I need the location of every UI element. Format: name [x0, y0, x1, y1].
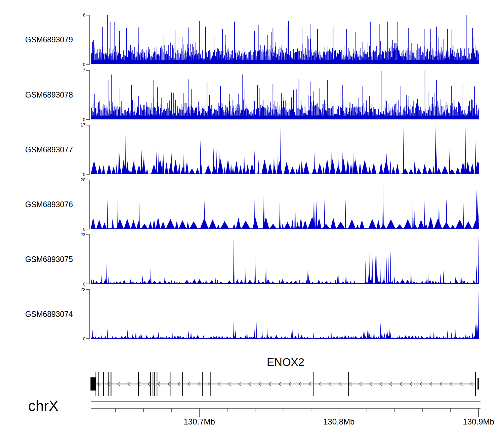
coverage-signal-canvas	[91, 235, 479, 284]
axis-tick-label-130-9: 130.9Mb	[455, 417, 502, 427]
track-label: GSM6893074	[25, 310, 73, 319]
track-label: GSM6893075	[25, 255, 73, 264]
coverage-track-gsm6893079: GSM6893079 6 0	[0, 15, 504, 64]
coverage-signal-canvas	[91, 70, 479, 119]
coverage-track-gsm6893076: GSM6893076 20 0	[0, 180, 504, 229]
y-axis-zero-label: 0	[0, 282, 85, 287]
y-axis-line	[89, 290, 90, 339]
y-axis-top-tick	[86, 70, 90, 71]
y-axis-bottom-tick	[86, 64, 90, 65]
chromosome-label: chrX	[28, 398, 58, 414]
y-axis-max-label: 7	[0, 68, 85, 73]
y-axis-max-label: 22	[0, 287, 85, 292]
y-axis-line	[89, 15, 90, 64]
y-axis-bottom-tick	[86, 338, 90, 339]
y-axis-line	[89, 70, 90, 119]
y-axis-top-tick	[86, 180, 90, 180]
y-axis-max-label: 20	[0, 177, 85, 182]
coverage-signal-canvas	[91, 125, 479, 174]
axis-tick-label-130-8: 130.8Mb	[316, 417, 363, 427]
y-axis-max-label: 23	[0, 232, 85, 237]
track-label: GSM6893076	[25, 200, 73, 209]
y-axis-top-tick	[86, 289, 90, 290]
track-label: GSM6893077	[25, 145, 73, 154]
coverage-signal-canvas	[91, 180, 479, 229]
y-axis-zero-label: 0	[0, 62, 85, 67]
y-axis-zero-label: 0	[0, 336, 85, 341]
y-axis-zero-label: 0	[0, 227, 85, 232]
coverage-track-gsm6893078: GSM6893078 7 0	[0, 70, 504, 119]
coverage-signal-canvas	[91, 290, 479, 339]
track-label: GSM6893078	[25, 90, 73, 100]
y-axis-line	[89, 125, 90, 174]
y-axis-bottom-tick	[86, 119, 90, 120]
y-axis-bottom-tick	[86, 229, 90, 229]
genome-browser-figure: GSM6893079 6 0 GSM6893078 7 0 GSM6893077…	[0, 0, 504, 444]
gene-name-label: ENOX2	[249, 356, 323, 369]
track-label: GSM6893079	[25, 35, 73, 44]
y-axis-max-label: 17	[0, 122, 85, 127]
y-axis-bottom-tick	[86, 174, 90, 175]
gene-model-canvas	[0, 370, 504, 399]
y-axis-top-tick	[86, 15, 90, 15]
y-axis-zero-label: 0	[0, 172, 85, 177]
y-axis-top-tick	[86, 234, 90, 235]
y-axis-line	[89, 180, 90, 229]
coverage-track-gsm6893075: GSM6893075 23 0	[0, 235, 504, 284]
y-axis-line	[89, 235, 90, 284]
axis-tick-label-130-7: 130.7Mb	[176, 417, 223, 427]
coverage-track-gsm6893074: GSM6893074 22 0	[0, 290, 504, 339]
coverage-signal-canvas	[91, 15, 479, 64]
y-axis-max-label: 6	[0, 12, 85, 17]
y-axis-bottom-tick	[86, 284, 90, 284]
coverage-track-gsm6893077: GSM6893077 17 0	[0, 125, 504, 174]
genome-axis-canvas	[0, 399, 504, 417]
y-axis-top-tick	[86, 125, 90, 125]
y-axis-zero-label: 0	[0, 117, 85, 122]
